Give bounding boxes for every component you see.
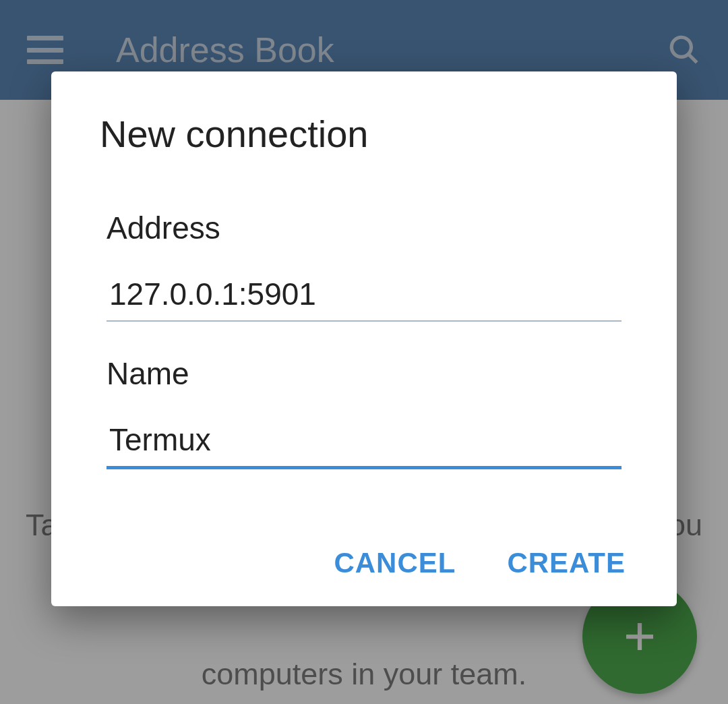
name-field-group: Name	[100, 355, 628, 469]
cancel-button[interactable]: CANCEL	[334, 547, 456, 579]
create-button[interactable]: CREATE	[507, 547, 626, 579]
address-field-group: Address	[100, 210, 628, 322]
address-label: Address	[107, 210, 621, 246]
new-connection-dialog: New connection Address Name CANCEL CREAT…	[51, 71, 677, 606]
name-input[interactable]	[107, 413, 621, 469]
name-label: Name	[107, 355, 621, 392]
address-input[interactable]	[107, 268, 621, 322]
dialog-title: New connection	[100, 112, 628, 156]
dialog-actions: CANCEL CREATE	[100, 547, 628, 579]
modal-overlay[interactable]: New connection Address Name CANCEL CREAT…	[0, 0, 728, 704]
